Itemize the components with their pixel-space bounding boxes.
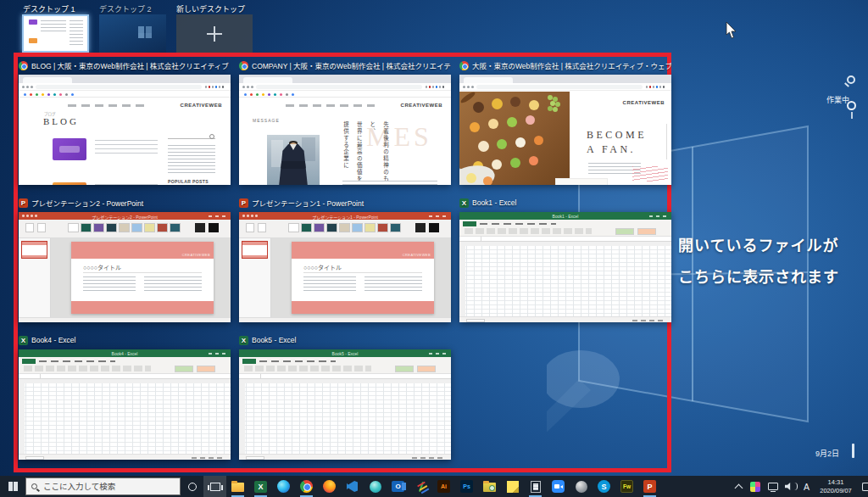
chrome-icon xyxy=(239,61,248,70)
window-thumbnail-book1[interactable]: Book1 - Excel xyxy=(459,212,671,322)
article-text-lines xyxy=(95,184,158,185)
excel-titlebar: Book5 - Excel xyxy=(239,349,451,357)
window-thumbnail-book4[interactable]: Book4 - Excel xyxy=(19,349,231,460)
teal-app-icon xyxy=(370,481,381,493)
folder-search-icon xyxy=(483,483,496,492)
timeline-search-icon[interactable] xyxy=(847,75,855,84)
vertical-headline: 先義後利の精神のもと、 世界に最高の価値を 提供する企業に xyxy=(339,121,392,185)
window-thumbnail-blog[interactable]: CREATIVEWEB ブログ BLOG POPULAR POSTS xyxy=(19,75,231,185)
window-title-blog: BLOG | 大阪・東京のWeb制作会社 | 株式会社クリエイティブ・ウェブ -… xyxy=(19,59,231,71)
search-icon xyxy=(31,483,37,489)
excel-titlebar: Book1 - Excel xyxy=(459,212,671,220)
site-logo: CREATIVEWEB xyxy=(401,103,442,108)
desktop-1-thumbnail[interactable] xyxy=(22,14,89,53)
fan-page-content: CREATIVEWEB BECOME A FAN. xyxy=(459,92,671,185)
window-thumbnail-book5[interactable]: Book5 - Excel xyxy=(239,349,451,460)
bird-photo xyxy=(555,178,608,185)
statusbar xyxy=(239,317,451,322)
taskbar-icon-fireworks[interactable]: Fw xyxy=(615,476,638,497)
desktop-2-thumbnail[interactable] xyxy=(99,14,166,53)
taskbar-icon-folder-search[interactable] xyxy=(478,476,501,497)
notification-center-icon[interactable] xyxy=(862,483,868,491)
site-logo: CREATIVEWEB xyxy=(623,100,665,105)
window-title-book5: Book5 - Excel xyxy=(239,334,451,346)
photoshop-icon: Ps xyxy=(460,480,473,493)
network-icon[interactable] xyxy=(768,483,778,490)
powerpoint-icon: P xyxy=(643,480,656,493)
taskbar-icon-zoom[interactable] xyxy=(547,476,570,497)
edge-icon xyxy=(277,480,290,493)
tray-chevron-icon[interactable] xyxy=(735,483,743,492)
browser-toolbar xyxy=(239,83,451,91)
taskbar-icon-colorful-app[interactable] xyxy=(409,476,432,497)
taskbar-icon-powerpoint[interactable]: P xyxy=(638,476,661,497)
outlook-icon: O xyxy=(392,481,404,492)
taskbar-icon-notepad[interactable] xyxy=(524,476,547,497)
spreadsheet-grid xyxy=(19,379,231,454)
mouse-cursor xyxy=(726,22,737,39)
decorative-line xyxy=(666,124,667,159)
company-page-content: CREATIVEWEB MESSAGE MES 先義後利の精神のもと、 世界に最… xyxy=(239,98,451,185)
powerpoint-titlebar: プレゼンテーション1 - PowerPoint xyxy=(239,212,451,220)
timeline-date-label: 9月2日 xyxy=(815,448,839,459)
taskbar-icon-illustrator[interactable]: Ai xyxy=(432,476,455,497)
sidebar-heading: POPULAR POSTS xyxy=(168,179,209,184)
bookmarks-bar xyxy=(239,92,451,98)
illustrator-icon: Ai xyxy=(437,480,450,493)
window-thumbnail-fan[interactable]: CREATIVEWEB BECOME A FAN. xyxy=(459,75,671,185)
speaker-icon[interactable] xyxy=(785,483,793,491)
powerpoint-titlebar: プレゼンテーション2 - PowerPoint xyxy=(19,212,231,220)
excel-icon xyxy=(19,336,28,345)
taskbar-icon-excel[interactable]: X xyxy=(249,476,272,497)
taskbar-icon-firefox[interactable] xyxy=(318,476,341,497)
sidebar-links xyxy=(168,145,215,176)
taskbar-icon-photoshop[interactable]: Ps xyxy=(455,476,478,497)
ime-mode-indicator[interactable]: A xyxy=(804,482,810,492)
statusbar xyxy=(19,454,231,460)
browser-toolbar xyxy=(459,83,671,91)
browser-tab-strip xyxy=(239,75,451,83)
taskbar-icon-chrome[interactable] xyxy=(295,476,318,497)
statusbar xyxy=(459,316,671,322)
window-thumbnail-ppt2[interactable]: プレゼンテーション2 - PowerPoint CREATIVEWEB ○○○○… xyxy=(19,212,231,322)
new-desktop-button[interactable] xyxy=(176,14,253,53)
task-view-screen: デスクトップ 1 デスクトップ 2 新しいデスクトップ BLOG | 大阪・東京… xyxy=(0,0,868,497)
article-image-orange xyxy=(53,182,86,185)
search-input[interactable] xyxy=(42,481,175,492)
timeline-scrubber[interactable] xyxy=(847,101,856,110)
cortana-button[interactable] xyxy=(181,476,203,497)
window-title-text: プレゼンテーション2 - PowerPoint xyxy=(31,198,143,208)
clock-date: 2020/09/07 xyxy=(815,487,856,495)
blog-page-content: CREATIVEWEB ブログ BLOG POPULAR POSTS xyxy=(19,98,231,185)
window-title-text: BLOG | 大阪・東京のWeb制作会社 | 株式会社クリエイティブ・ウェブ -… xyxy=(31,60,231,70)
tray-app-icon[interactable] xyxy=(750,482,760,492)
taskbar-icon-edge[interactable] xyxy=(272,476,295,497)
timeline-date-marker[interactable] xyxy=(852,444,854,458)
vscode-icon xyxy=(347,481,358,492)
taskbar-icon-vscode[interactable] xyxy=(341,476,364,497)
taskbar-icon-teal-app[interactable] xyxy=(364,476,387,497)
start-button[interactable] xyxy=(0,476,25,497)
window-thumbnail-ppt1[interactable]: プレゼンテーション1 - PowerPoint CREATIVEWEB ○○○○… xyxy=(239,212,451,322)
taskbar-icon-file-explorer[interactable] xyxy=(226,476,249,497)
taskbar-icon-skype[interactable]: S xyxy=(593,476,615,497)
window-title-web: 大阪・東京のWeb制作会社 | 株式会社クリエイティブ・ウェブ - Google… xyxy=(459,59,671,71)
annotation-text-line2: こちらに表示されます xyxy=(678,265,839,287)
taskbar-icon-gimp[interactable] xyxy=(570,476,593,497)
taskbar-search-box[interactable] xyxy=(25,477,181,495)
window-title-book4: Book4 - Excel xyxy=(19,334,231,346)
nav-links xyxy=(286,104,375,107)
taskbar-icon-sticky-notes[interactable] xyxy=(501,476,524,497)
statusbar xyxy=(239,454,451,460)
chrome-icon xyxy=(19,61,28,70)
window-thumbnail-company[interactable]: CREATIVEWEB MESSAGE MES 先義後利の精神のもと、 世界に最… xyxy=(239,75,451,185)
taskbar-icon-outlook[interactable]: O xyxy=(387,476,409,497)
slide-pane xyxy=(239,238,271,317)
taskbar: X O Ai Ps S Fw P A 14:31 2020/09/07 xyxy=(0,476,868,497)
taskbar-clock[interactable]: 14:31 2020/09/07 xyxy=(815,478,856,495)
powerpoint-ribbon xyxy=(239,220,451,238)
task-view-button[interactable] xyxy=(203,476,226,497)
skype-icon: S xyxy=(598,480,610,493)
browser-tab-strip xyxy=(19,75,231,83)
slide-brand: CREATIVEWEB xyxy=(182,253,210,257)
